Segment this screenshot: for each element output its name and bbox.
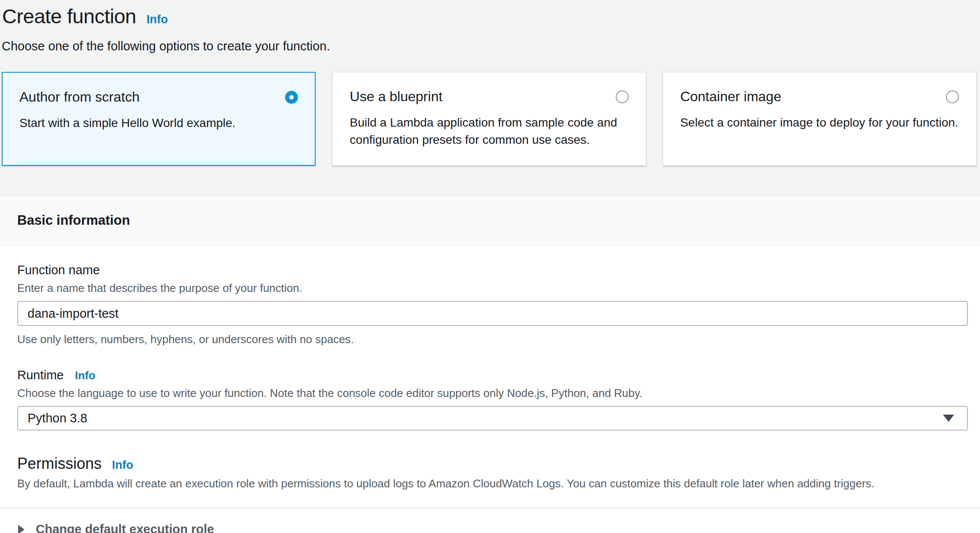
runtime-select[interactable]: Python 3.8 <box>17 406 968 431</box>
function-name-input[interactable] <box>17 301 968 326</box>
tile-title: Use a blueprint <box>350 89 442 105</box>
change-default-execution-role-expander[interactable]: Change default execution role <box>0 509 980 533</box>
expander-label: Change default execution role <box>36 522 214 533</box>
basic-information-header: Basic information <box>0 195 980 245</box>
tile-description: Start with a simple Hello World example. <box>19 115 298 132</box>
radio-author-from-scratch[interactable] <box>285 91 298 104</box>
runtime-select-value: Python 3.8 <box>28 411 87 425</box>
page-header: Create function Info <box>2 4 977 28</box>
page-title: Create function <box>2 4 136 28</box>
function-name-description: Enter a name that describes the purpose … <box>17 282 968 295</box>
basic-information-heading: Basic information <box>17 213 130 228</box>
basic-information-form: Function name Enter a name that describe… <box>0 245 980 508</box>
creation-option-tiles: Author from scratch Start with a simple … <box>2 72 977 166</box>
permissions-heading: Permissions <box>17 455 102 473</box>
runtime-label-row: Runtime Info <box>17 368 968 382</box>
tile-description: Select a container image to deploy for y… <box>680 114 959 131</box>
create-function-section: Create function Info Choose one of the f… <box>0 0 980 195</box>
tile-description: Build a Lambda application from sample c… <box>350 114 628 149</box>
tile-title: Container image <box>680 89 782 105</box>
permissions-header: Permissions Info <box>17 455 968 473</box>
tile-title-row: Author from scratch <box>19 73 298 105</box>
chevron-down-icon <box>943 415 954 422</box>
runtime-info-link[interactable]: Info <box>75 369 96 382</box>
tile-use-a-blueprint[interactable]: Use a blueprint Build a Lambda applicati… <box>332 72 646 166</box>
radio-use-a-blueprint[interactable] <box>616 90 629 103</box>
tile-title-row: Use a blueprint <box>350 72 628 105</box>
tile-container-image[interactable]: Container image Select a container image… <box>663 72 977 166</box>
radio-container-image[interactable] <box>946 90 959 103</box>
runtime-label: Runtime <box>17 368 64 382</box>
function-name-label: Function name <box>17 263 968 277</box>
tile-author-from-scratch[interactable]: Author from scratch Start with a simple … <box>2 72 316 166</box>
runtime-description: Choose the language to use to write your… <box>17 387 968 400</box>
tile-title-row: Container image <box>680 72 959 105</box>
tile-title: Author from scratch <box>19 89 140 105</box>
page-title-info-link[interactable]: Info <box>146 13 167 26</box>
permissions-description: By default, Lambda will create an execut… <box>17 477 968 490</box>
permissions-info-link[interactable]: Info <box>112 459 133 472</box>
page-subtitle: Choose one of the following options to c… <box>2 39 977 53</box>
function-name-hint: Use only letters, numbers, hyphens, or u… <box>17 333 968 346</box>
caret-right-icon <box>18 525 25 533</box>
